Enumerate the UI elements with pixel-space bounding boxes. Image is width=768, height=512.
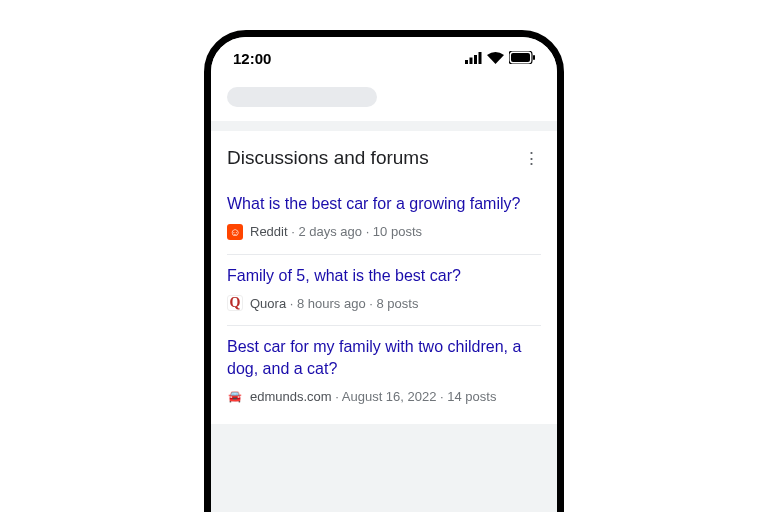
status-time: 12:00 [233,50,271,67]
svg-rect-2 [474,55,477,64]
meta-text: · 2 days ago · 10 posts [288,224,422,239]
svg-rect-1 [470,58,473,65]
wifi-icon [487,50,504,67]
status-icons [465,50,535,67]
svg-rect-5 [511,53,530,62]
discussions-card: Discussions and forums ⋮ What is the bes… [211,131,557,424]
discussion-meta: ☺ Reddit · 2 days ago · 10 posts [227,224,541,240]
discussion-item[interactable]: Family of 5, what is the best car? Q Quo… [227,255,541,327]
spacer [211,121,557,131]
source-name: Quora [250,296,286,311]
svg-rect-6 [533,55,535,60]
meta-text: · 8 hours ago · 8 posts [286,296,418,311]
discussion-item[interactable]: Best car for my family with two children… [227,326,541,418]
battery-icon [509,50,535,67]
reddit-icon: ☺ [227,224,243,240]
svg-rect-3 [479,52,482,64]
spacer [211,424,557,434]
discussion-item[interactable]: What is the best car for a growing famil… [227,183,541,255]
status-bar: 12:00 [211,37,557,77]
phone-frame: 12:00 Discussions and forums ⋮ What is t… [204,30,564,512]
more-options-button[interactable]: ⋮ [521,150,541,167]
discussion-meta: Q Quora · 8 hours ago · 8 posts [227,295,541,311]
signal-icon [465,50,482,67]
skeleton-placeholder [227,87,377,107]
edmunds-icon: 🚘 [227,388,243,404]
discussion-meta: 🚘 edmunds.com · August 16, 2022 · 14 pos… [227,388,541,404]
discussion-link[interactable]: Best car for my family with two children… [227,336,541,379]
meta-text: · August 16, 2022 · 14 posts [332,389,497,404]
source-name: Reddit [250,224,288,239]
discussion-link[interactable]: What is the best car for a growing famil… [227,193,541,215]
card-header: Discussions and forums ⋮ [227,147,541,169]
quora-icon: Q [227,295,243,311]
source-name: edmunds.com [250,389,332,404]
card-title: Discussions and forums [227,147,429,169]
search-skeleton-area [211,77,557,121]
svg-rect-0 [465,60,468,64]
discussion-link[interactable]: Family of 5, what is the best car? [227,265,541,287]
